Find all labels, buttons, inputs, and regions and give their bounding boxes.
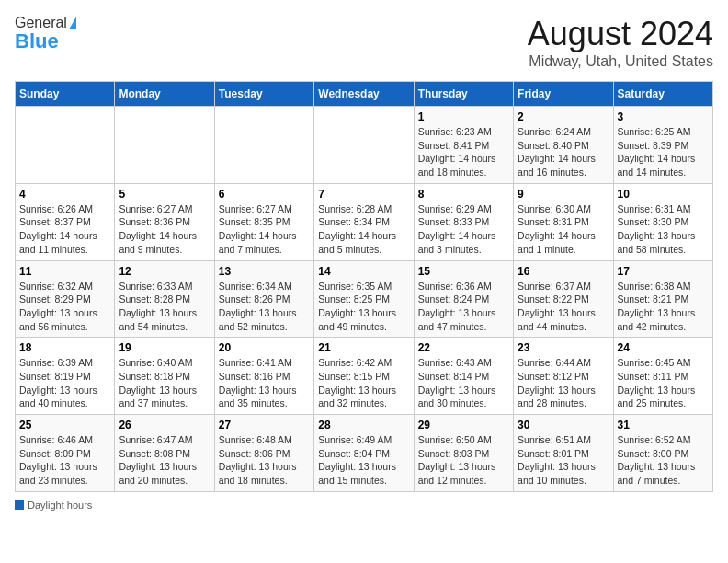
calendar-cell: 2Sunrise: 6:24 AM Sunset: 8:40 PM Daylig… — [514, 107, 613, 184]
logo-triangle-icon — [69, 17, 76, 29]
calendar-week-3: 11Sunrise: 6:32 AM Sunset: 8:29 PM Dayli… — [16, 260, 713, 338]
calendar-cell: 29Sunrise: 6:50 AM Sunset: 8:03 PM Dayli… — [414, 415, 513, 492]
day-number: 5 — [119, 188, 210, 201]
day-info: Sunrise: 6:39 AM Sunset: 8:19 PM Dayligh… — [19, 356, 110, 410]
calendar-cell: 27Sunrise: 6:48 AM Sunset: 8:06 PM Dayli… — [214, 415, 313, 492]
calendar-cell — [115, 107, 214, 184]
day-info: Sunrise: 6:32 AM Sunset: 8:29 PM Dayligh… — [19, 280, 110, 334]
day-number: 1 — [418, 110, 509, 123]
day-info: Sunrise: 6:38 AM Sunset: 8:21 PM Dayligh… — [618, 280, 709, 334]
day-number: 28 — [318, 419, 409, 431]
calendar-cell — [16, 107, 115, 184]
day-info: Sunrise: 6:23 AM Sunset: 8:41 PM Dayligh… — [418, 125, 509, 179]
footer-label: Daylight hours — [28, 500, 92, 511]
calendar-cell: 16Sunrise: 6:37 AM Sunset: 8:22 PM Dayli… — [514, 260, 613, 338]
day-number: 18 — [19, 341, 110, 354]
calendar-cell — [214, 107, 313, 184]
day-info: Sunrise: 6:27 AM Sunset: 8:36 PM Dayligh… — [119, 202, 210, 257]
calendar-cell: 4Sunrise: 6:26 AM Sunset: 8:37 PM Daylig… — [16, 183, 115, 260]
day-info: Sunrise: 6:46 AM Sunset: 8:09 PM Dayligh… — [19, 433, 110, 488]
calendar-cell: 19Sunrise: 6:40 AM Sunset: 8:18 PM Dayli… — [115, 338, 214, 415]
calendar-cell: 23Sunrise: 6:44 AM Sunset: 8:12 PM Dayli… — [514, 338, 613, 415]
calendar-cell — [314, 107, 414, 184]
day-info: Sunrise: 6:25 AM Sunset: 8:39 PM Dayligh… — [618, 125, 709, 179]
day-number: 13 — [219, 265, 310, 278]
day-number: 14 — [318, 265, 409, 278]
day-info: Sunrise: 6:27 AM Sunset: 8:35 PM Dayligh… — [219, 202, 310, 257]
logo: General Blue — [15, 15, 76, 53]
calendar-cell: 18Sunrise: 6:39 AM Sunset: 8:19 PM Dayli… — [16, 338, 115, 415]
header: General Blue August 2024 Midway, Utah, U… — [15, 15, 713, 70]
day-info: Sunrise: 6:44 AM Sunset: 8:12 PM Dayligh… — [518, 356, 609, 410]
calendar-cell: 14Sunrise: 6:35 AM Sunset: 8:25 PM Dayli… — [314, 260, 414, 338]
day-info: Sunrise: 6:30 AM Sunset: 8:31 PM Dayligh… — [518, 202, 609, 257]
calendar-cell: 15Sunrise: 6:36 AM Sunset: 8:24 PM Dayli… — [414, 260, 513, 338]
day-number: 3 — [618, 110, 709, 123]
day-number: 15 — [418, 265, 509, 278]
calendar-cell: 3Sunrise: 6:25 AM Sunset: 8:39 PM Daylig… — [613, 107, 712, 184]
day-info: Sunrise: 6:35 AM Sunset: 8:25 PM Dayligh… — [318, 280, 409, 334]
calendar-cell: 30Sunrise: 6:51 AM Sunset: 8:01 PM Dayli… — [514, 415, 613, 492]
footer: Daylight hours — [15, 500, 713, 511]
header-cell-wednesday: Wednesday — [314, 82, 414, 107]
page-subtitle: Midway, Utah, United States — [528, 53, 713, 70]
footer-dot-icon — [15, 500, 24, 510]
day-info: Sunrise: 6:52 AM Sunset: 8:00 PM Dayligh… — [618, 433, 709, 488]
calendar-cell: 13Sunrise: 6:34 AM Sunset: 8:26 PM Dayli… — [214, 260, 313, 338]
day-number: 26 — [119, 419, 210, 431]
day-info: Sunrise: 6:43 AM Sunset: 8:14 PM Dayligh… — [418, 356, 509, 410]
day-info: Sunrise: 6:28 AM Sunset: 8:34 PM Dayligh… — [318, 202, 409, 257]
day-info: Sunrise: 6:33 AM Sunset: 8:28 PM Dayligh… — [119, 280, 210, 334]
day-number: 25 — [19, 419, 110, 431]
day-info: Sunrise: 6:40 AM Sunset: 8:18 PM Dayligh… — [119, 356, 210, 410]
day-number: 8 — [418, 188, 509, 201]
calendar-cell: 9Sunrise: 6:30 AM Sunset: 8:31 PM Daylig… — [514, 183, 613, 260]
calendar-cell: 12Sunrise: 6:33 AM Sunset: 8:28 PM Dayli… — [115, 260, 214, 338]
calendar-cell: 22Sunrise: 6:43 AM Sunset: 8:14 PM Dayli… — [414, 338, 513, 415]
header-cell-saturday: Saturday — [613, 82, 712, 107]
day-number: 22 — [418, 341, 509, 354]
day-number: 30 — [518, 419, 609, 431]
day-info: Sunrise: 6:24 AM Sunset: 8:40 PM Dayligh… — [518, 125, 609, 179]
day-number: 20 — [219, 341, 310, 354]
day-info: Sunrise: 6:47 AM Sunset: 8:08 PM Dayligh… — [119, 433, 210, 488]
day-number: 31 — [618, 419, 709, 431]
day-number: 19 — [119, 341, 210, 354]
calendar-cell: 17Sunrise: 6:38 AM Sunset: 8:21 PM Dayli… — [613, 260, 712, 338]
calendar-week-4: 18Sunrise: 6:39 AM Sunset: 8:19 PM Dayli… — [16, 338, 713, 415]
calendar-cell: 5Sunrise: 6:27 AM Sunset: 8:36 PM Daylig… — [115, 183, 214, 260]
calendar-cell: 11Sunrise: 6:32 AM Sunset: 8:29 PM Dayli… — [16, 260, 115, 338]
header-row: SundayMondayTuesdayWednesdayThursdayFrid… — [16, 82, 713, 107]
header-cell-thursday: Thursday — [414, 82, 513, 107]
calendar-cell: 10Sunrise: 6:31 AM Sunset: 8:30 PM Dayli… — [613, 183, 712, 260]
page-title: August 2024 — [528, 15, 713, 53]
day-number: 6 — [219, 188, 310, 201]
calendar-cell: 6Sunrise: 6:27 AM Sunset: 8:35 PM Daylig… — [214, 183, 313, 260]
day-number: 29 — [418, 419, 509, 431]
calendar-week-2: 4Sunrise: 6:26 AM Sunset: 8:37 PM Daylig… — [16, 183, 713, 260]
day-info: Sunrise: 6:29 AM Sunset: 8:33 PM Dayligh… — [418, 202, 509, 257]
day-info: Sunrise: 6:31 AM Sunset: 8:30 PM Dayligh… — [618, 202, 709, 257]
day-number: 4 — [19, 188, 110, 201]
calendar-cell: 1Sunrise: 6:23 AM Sunset: 8:41 PM Daylig… — [414, 107, 513, 184]
day-info: Sunrise: 6:50 AM Sunset: 8:03 PM Dayligh… — [418, 433, 509, 488]
day-info: Sunrise: 6:48 AM Sunset: 8:06 PM Dayligh… — [219, 433, 310, 488]
day-info: Sunrise: 6:42 AM Sunset: 8:15 PM Dayligh… — [318, 356, 409, 410]
day-number: 23 — [518, 341, 609, 354]
day-number: 21 — [318, 341, 409, 354]
calendar-cell: 7Sunrise: 6:28 AM Sunset: 8:34 PM Daylig… — [314, 183, 414, 260]
header-cell-tuesday: Tuesday — [214, 82, 313, 107]
day-number: 27 — [219, 419, 310, 431]
calendar-table: SundayMondayTuesdayWednesdayThursdayFrid… — [15, 81, 713, 492]
day-info: Sunrise: 6:51 AM Sunset: 8:01 PM Dayligh… — [518, 433, 609, 488]
calendar-cell: 8Sunrise: 6:29 AM Sunset: 8:33 PM Daylig… — [414, 183, 513, 260]
day-number: 17 — [618, 265, 709, 278]
calendar-header: SundayMondayTuesdayWednesdayThursdayFrid… — [16, 82, 713, 107]
day-info: Sunrise: 6:37 AM Sunset: 8:22 PM Dayligh… — [518, 280, 609, 334]
day-number: 10 — [618, 188, 709, 201]
calendar-cell: 21Sunrise: 6:42 AM Sunset: 8:15 PM Dayli… — [314, 338, 414, 415]
day-info: Sunrise: 6:36 AM Sunset: 8:24 PM Dayligh… — [418, 280, 509, 334]
calendar-cell: 31Sunrise: 6:52 AM Sunset: 8:00 PM Dayli… — [613, 415, 712, 492]
day-number: 11 — [19, 265, 110, 278]
day-number: 16 — [518, 265, 609, 278]
